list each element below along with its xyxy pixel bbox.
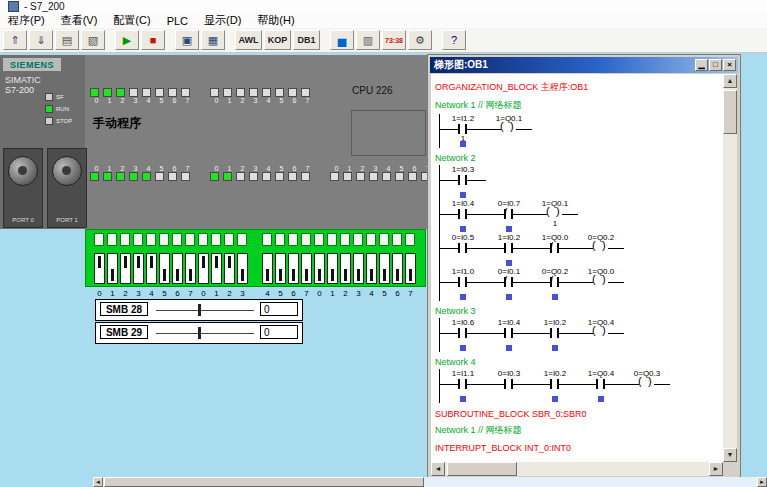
input-switch[interactable] <box>379 253 390 284</box>
ladder-contact[interactable]: 1=I0.2 <box>486 233 532 267</box>
menu-view[interactable]: 查看(V) <box>53 13 106 28</box>
settings-button[interactable]: ⚙ <box>408 30 432 50</box>
input-switch[interactable] <box>405 253 416 284</box>
ladder-window-title: 梯形图:OB1 <box>434 58 488 72</box>
input-switch[interactable] <box>366 253 377 284</box>
main-horizontal-scrollbar[interactable]: ◄► <box>93 477 767 487</box>
menu-help[interactable]: 帮助(H) <box>249 13 302 28</box>
ladder-contact[interactable]: 1=I0.2 <box>532 369 578 403</box>
input-switch[interactable] <box>301 253 312 284</box>
close-button[interactable]: × <box>723 59 736 71</box>
ladder-vertical-scrollbar[interactable]: ▲▼ <box>723 74 737 462</box>
workspace: SIEMENS SIMATIC S7-200 SFRUNSTOP PORT 0P… <box>0 53 767 487</box>
ladder-contact[interactable]: 1=I0.4 <box>486 318 532 352</box>
ladder-contact[interactable]: 1=Q0.0/ <box>532 233 578 267</box>
minimize-button[interactable]: ▁ <box>695 59 708 71</box>
input-switch[interactable] <box>327 253 338 284</box>
terminal <box>120 233 130 246</box>
maximize-button[interactable]: □ <box>709 59 722 71</box>
smb-slider[interactable] <box>156 310 254 311</box>
input-switch[interactable] <box>172 253 183 284</box>
scroll-arrow-right[interactable]: ► <box>757 477 767 487</box>
ladder-contact[interactable]: 1=I1.0 <box>440 267 486 301</box>
smb-slider[interactable] <box>156 333 254 334</box>
upload-button[interactable]: ⇑ <box>3 30 27 50</box>
switch-number: 5 <box>378 289 391 298</box>
scroll-arrow-left[interactable]: ◄ <box>431 462 445 476</box>
clear-button[interactable]: ▧ <box>81 30 105 50</box>
input-switch[interactable] <box>198 253 209 284</box>
input-switch[interactable] <box>353 253 364 284</box>
menu-plc[interactable]: PLC <box>159 13 196 28</box>
program-monitor-button[interactable]: ▦ <box>201 30 225 50</box>
input-switch[interactable] <box>211 253 222 284</box>
ladder-contact[interactable]: 0=I0.1/ <box>486 267 532 301</box>
led-number: 3 <box>129 97 142 104</box>
scroll-thumb[interactable] <box>104 477 424 487</box>
db1-button[interactable]: DB1 <box>293 30 320 50</box>
stop-button[interactable]: ■ <box>141 30 165 50</box>
ladder-contact[interactable]: 1=Q0.4 <box>578 369 624 403</box>
scroll-thumb[interactable] <box>447 462 517 476</box>
ladder-contact[interactable]: 0=I0.7/ <box>486 199 532 233</box>
ladder-contact[interactable]: 0=I0.3 <box>486 369 532 403</box>
input-switch[interactable] <box>275 253 286 284</box>
smb-value[interactable]: 0 <box>260 302 298 316</box>
ladder-contact[interactable]: 1=I1.21 <box>440 114 486 148</box>
input-switch[interactable] <box>340 253 351 284</box>
input-switch[interactable] <box>314 253 325 284</box>
io-table-button[interactable]: ▥ <box>356 30 380 50</box>
menu-config[interactable]: 配置(C) <box>105 13 158 28</box>
smb-value[interactable]: 0 <box>260 325 298 339</box>
input-switch[interactable] <box>185 253 196 284</box>
input-switch[interactable] <box>237 253 248 284</box>
ladder-coil[interactable]: 1=Q0.1() <box>486 114 532 148</box>
smb-slider-thumb[interactable] <box>198 304 201 316</box>
ladder-contact[interactable]: 1=I0.3 <box>440 165 486 199</box>
input-switch[interactable] <box>224 253 235 284</box>
ladder-contact[interactable]: 1=I0.4 <box>440 199 486 233</box>
ladder-contact[interactable]: 1=I0.6 <box>440 318 486 352</box>
ladder-contact[interactable]: 1=I1.1 <box>440 369 486 403</box>
kop-button[interactable]: KOP <box>264 30 291 50</box>
chart-button[interactable]: ▅ <box>330 30 354 50</box>
input-switch[interactable] <box>146 253 157 284</box>
input-switch[interactable] <box>94 253 105 284</box>
ladder-coil[interactable]: 1=Q0.4() <box>578 318 624 352</box>
input-switch[interactable] <box>107 253 118 284</box>
ladder-coil[interactable]: 1=Q0.0() <box>578 267 624 301</box>
awl-button[interactable]: AWL <box>235 30 262 50</box>
input-switch[interactable] <box>392 253 403 284</box>
input-switch[interactable] <box>262 253 273 284</box>
scroll-arrow-right[interactable]: ► <box>709 462 723 476</box>
input-switch[interactable] <box>120 253 131 284</box>
ladder-window-titlebar[interactable]: 梯形图:OB1 ▁□× <box>430 57 738 73</box>
ladder-contact[interactable]: 0=I0.5 <box>440 233 486 267</box>
led-number: 2 <box>236 97 249 104</box>
power-flow-indicator <box>598 396 604 402</box>
run-button[interactable]: ▶ <box>115 30 139 50</box>
ladder-horizontal-scrollbar[interactable]: ◄► <box>431 462 723 476</box>
ladder-contact[interactable]: 0=Q0.2/ <box>532 267 578 301</box>
not-slash-icon: / <box>504 206 507 218</box>
print-button[interactable]: ▤ <box>55 30 79 50</box>
ladder-coil[interactable]: 0=Q0.2() <box>578 233 624 267</box>
menu-display[interactable]: 显示(D) <box>196 13 249 28</box>
download-button[interactable]: ⇓ <box>29 30 53 50</box>
ladder-coil[interactable]: 1=Q0.1()1 <box>532 199 578 233</box>
ladder-coil[interactable]: 0=Q0.3() <box>624 369 670 403</box>
ladder-contact[interactable]: 1=I0.2 <box>532 318 578 352</box>
input-switch[interactable] <box>159 253 170 284</box>
smb-slider-thumb[interactable] <box>198 327 201 339</box>
menu-program[interactable]: 程序(P) <box>0 13 53 28</box>
help-button[interactable]: ? <box>442 30 466 50</box>
scroll-arrow-down[interactable]: ▼ <box>723 448 737 462</box>
state-monitor-button[interactable]: ▣ <box>175 30 199 50</box>
scroll-thumb[interactable] <box>723 90 737 134</box>
input-switch[interactable] <box>288 253 299 284</box>
input-switch[interactable] <box>133 253 144 284</box>
timer-button[interactable]: 73:38 <box>382 30 406 50</box>
wire-segment <box>559 248 578 249</box>
scroll-arrow-up[interactable]: ▲ <box>723 74 737 88</box>
scroll-arrow-left[interactable]: ◄ <box>93 477 103 487</box>
